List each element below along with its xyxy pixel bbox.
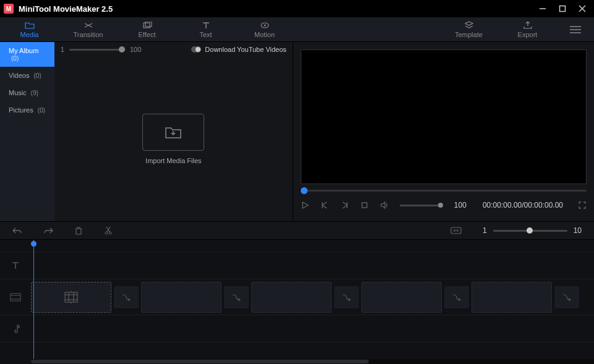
tab-effect[interactable]: Effect [118,17,176,42]
video-clip-placeholder[interactable] [251,282,332,313]
svg-point-7 [264,24,265,26]
tab-template[interactable]: Template [439,17,498,42]
template-icon [464,21,474,30]
media-content: Import Media Files [54,57,293,221]
tab-label: Media [20,31,39,38]
sidebar-item-pictures[interactable]: Pictures (0) [0,101,54,119]
transition-slot[interactable] [114,286,139,308]
sidebar-item-label: Music [9,89,27,96]
sidebar-item-count: (0) [11,55,19,62]
text-icon [201,21,211,30]
video-clip-placeholder[interactable] [471,282,552,313]
video-clip-placeholder[interactable] [31,282,111,313]
transition-icon [84,21,93,30]
stop-button[interactable] [360,201,369,210]
top-tabs: Media Transition Effect Text Motion Temp… [0,17,594,42]
svg-rect-1 [560,6,566,12]
filmstrip-icon [64,291,79,303]
playhead[interactable] [33,240,34,364]
volume-value: 100 [454,201,467,210]
svg-rect-4 [144,23,150,28]
next-frame-button[interactable] [340,201,349,210]
transition-slot[interactable] [224,286,249,308]
tab-label: Motion [254,31,275,38]
preview-scrub[interactable] [301,184,587,197]
timeline-toolbar: 1 10 [0,221,594,240]
tab-export[interactable]: Export [498,17,557,42]
download-label: Download YouTube Videos [205,46,286,53]
preview-controls: 100 00:00:00.00/00:00:00.00 [301,197,587,214]
export-icon [523,21,533,30]
media-sidebar: My Album (0) Videos (0) Music (9) Pictur… [0,42,54,221]
minimize-button[interactable] [538,4,547,13]
video-track-icon [0,293,31,302]
delete-button[interactable] [74,226,83,235]
timeline-scrollbar[interactable] [31,359,594,364]
svg-rect-13 [362,203,367,208]
main-area: My Album (0) Videos (0) Music (9) Pictur… [0,42,594,221]
tab-label: Template [455,31,483,38]
video-clip-placeholder[interactable] [141,282,222,313]
download-youtube-button[interactable]: Download YouTube Videos [191,46,286,53]
close-button[interactable] [578,4,587,13]
app-title: MiniTool MovieMaker 2.5 [19,4,538,14]
video-track[interactable] [0,279,594,315]
thumb-zoom-min: 1 [61,46,64,53]
timecode: 00:00:00.00/00:00:00.00 [483,201,563,210]
svg-point-14 [105,232,108,234]
tab-label: Export [518,31,538,38]
split-button[interactable] [104,226,113,235]
text-track[interactable] [0,252,594,279]
sidebar-item-label: Videos [9,72,29,79]
import-folder-icon [165,125,182,139]
media-panel: 1 100 Download YouTube Videos Import Med… [54,42,293,221]
motion-icon [260,21,270,30]
fullscreen-button[interactable] [578,201,587,210]
timeline-zoom: 1 10 [483,226,582,235]
volume-slider[interactable] [400,205,443,206]
timeline-zoom-max: 10 [574,226,582,235]
tab-motion[interactable]: Motion [235,17,294,42]
tab-transition[interactable]: Transition [59,17,118,42]
redo-button[interactable] [43,226,53,235]
sidebar-item-music[interactable]: Music (9) [0,84,54,101]
menu-button[interactable] [557,26,594,33]
title-bar: M MiniTool MovieMaker 2.5 [0,0,594,17]
tab-label: Effect [139,31,156,38]
effect-icon [142,21,152,30]
svg-point-15 [109,232,111,234]
hamburger-icon [570,26,581,33]
fit-timeline-button[interactable] [450,227,462,234]
sidebar-item-count: (0) [34,72,41,79]
tab-label: Transition [74,31,103,38]
svg-point-12 [196,47,200,52]
transition-slot[interactable] [334,286,359,308]
timeline-zoom-min: 1 [483,226,487,235]
undo-button[interactable] [12,226,22,235]
svg-rect-20 [65,292,77,302]
sidebar-item-label: My Album [9,47,38,54]
toggle-icon [191,46,201,53]
media-header: 1 100 Download YouTube Videos [54,42,293,57]
audio-track[interactable] [0,315,594,342]
video-clip-placeholder[interactable] [361,282,442,313]
thumb-zoom-max: 100 [130,46,141,53]
import-media-button[interactable] [142,114,204,151]
volume-button[interactable] [380,201,389,210]
audio-track-icon [0,324,31,334]
transition-slot[interactable] [554,286,579,308]
transition-slot[interactable] [444,286,469,308]
timeline [0,240,594,364]
tab-text[interactable]: Text [176,17,235,42]
play-button[interactable] [301,201,309,210]
import-label: Import Media Files [145,157,201,164]
prev-frame-button[interactable] [321,201,329,210]
thumbnail-zoom-slider[interactable] [69,49,125,51]
maximize-button[interactable] [558,4,567,13]
sidebar-item-count: (0) [38,107,45,114]
sidebar-item-myalbum[interactable]: My Album (0) [0,42,54,67]
sidebar-item-videos[interactable]: Videos (0) [0,67,54,84]
tab-media[interactable]: Media [0,17,59,42]
timeline-ruler[interactable] [0,240,594,252]
timeline-zoom-slider[interactable] [493,230,567,232]
